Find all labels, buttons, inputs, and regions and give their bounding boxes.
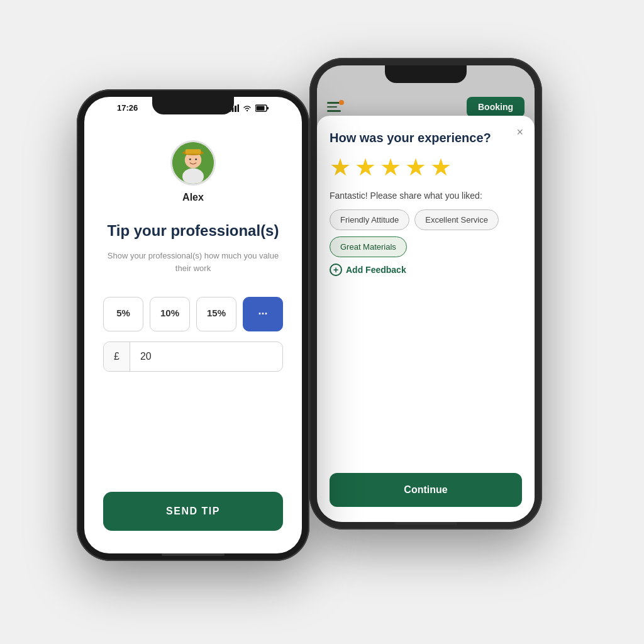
svg-point-14 [195,158,197,160]
send-tip-button[interactable]: SEND TIP [103,492,283,531]
star-3[interactable]: ★ [380,155,401,179]
notification-dot [339,100,344,105]
svg-point-9 [182,168,204,184]
star-2[interactable]: ★ [355,155,376,179]
tip-screen-container: 17:26 [84,97,302,553]
tip-10-percent[interactable]: 10% [150,297,190,331]
tip-custom-button[interactable]: ··· [243,297,283,331]
modal-subtitle: Fantastic! Please share what you liked: [330,191,522,201]
modal-title: How was your experience? [330,131,522,145]
svg-rect-7 [267,107,269,109]
continue-button[interactable]: Continue [330,473,522,507]
battery-icon [255,104,269,112]
tip-subtitle: Show your professional(s) how much you v… [103,250,283,274]
professional-name: Alex [182,192,204,203]
svg-point-4 [247,110,248,111]
wifi-icon [242,104,252,112]
time-display: 17:26 [117,103,138,113]
add-feedback-label: Add Feedback [346,265,406,275]
tip-5-percent[interactable]: 5% [103,297,143,331]
review-screen: Booking × How was your experience? ★ ★ ★… [317,65,535,522]
booking-button[interactable]: Booking [467,97,525,117]
close-icon[interactable]: × [516,126,523,139]
notch-2 [385,65,467,83]
phone-tip: 17:26 [77,89,309,561]
avatar [170,140,216,186]
avatar-svg [172,141,214,185]
tag-friendly-attitude[interactable]: Friendly Attitude [330,209,409,230]
svg-rect-6 [257,106,265,110]
hamburger-menu-icon[interactable] [327,102,341,112]
tag-excellent-service[interactable]: Excellent Service [414,209,499,230]
tip-screen: 17:26 [84,97,302,553]
svg-rect-12 [186,149,201,154]
tags-row-2: Great Materials [330,236,522,257]
tip-title: Tip your professional(s) [108,222,279,240]
svg-rect-2 [235,106,236,112]
tip-15-percent[interactable]: 15% [196,297,236,331]
tip-value[interactable]: 20 [130,342,282,371]
svg-point-13 [189,158,191,160]
notch-1 [152,97,234,114]
tip-amount-input[interactable]: £ 20 [103,341,283,372]
tags-row: Friendly Attitude Excellent Service [330,209,522,230]
currency-symbol: £ [104,342,130,371]
star-5[interactable]: ★ [430,155,452,179]
review-modal: × How was your experience? ★ ★ ★ ★ ★ Fan… [317,116,535,522]
stars-row: ★ ★ ★ ★ ★ [330,155,522,179]
home-indicator-1 [162,553,225,556]
add-feedback-button[interactable]: + Add Feedback [330,264,522,276]
add-icon: + [330,264,342,276]
avatar-image [172,142,214,184]
tag-great-materials[interactable]: Great Materials [330,236,407,257]
tip-options: 5% 10% 15% ··· [103,297,283,331]
star-1[interactable]: ★ [330,155,351,179]
star-4[interactable]: ★ [405,155,426,179]
phone-review: Booking × How was your experience? ★ ★ ★… [309,58,542,530]
home-indicator-2 [394,522,457,525]
status-icons [229,104,269,112]
svg-rect-3 [238,104,240,112]
scene: Booking × How was your experience? ★ ★ ★… [39,39,605,605]
